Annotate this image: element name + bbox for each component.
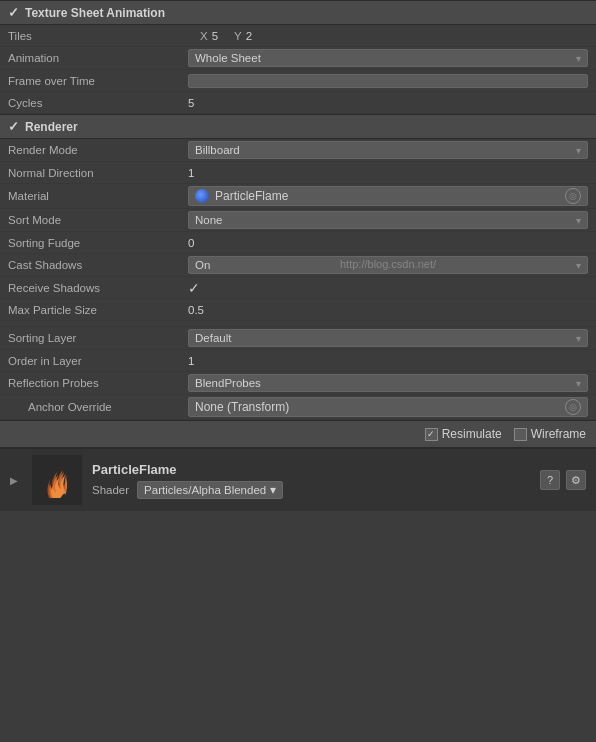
flame-svg — [37, 460, 77, 500]
tiles-y-label: Y — [234, 30, 242, 42]
texture-sheet-check: ✓ — [8, 5, 19, 20]
resimulate-item[interactable]: ✓ Resimulate — [425, 427, 502, 441]
main-panel: ✓ Texture Sheet Animation Tiles X 5 Y 2 … — [0, 0, 596, 511]
receive-shadows-checkmark[interactable]: ✓ — [188, 280, 200, 296]
slider-fill — [189, 75, 249, 87]
cast-shadows-arrow: ▾ — [576, 260, 581, 271]
anchor-override-text: None (Transform) — [195, 400, 289, 414]
footer-shader-dropdown[interactable]: Particles/Alpha Blended ▾ — [137, 481, 283, 499]
renderer-title: Renderer — [25, 120, 78, 134]
play-indicator: ▶ — [10, 460, 26, 500]
sort-mode-row: Sort Mode None ▾ — [0, 209, 596, 232]
normal-direction-row: Normal Direction 1 — [0, 162, 596, 184]
max-particle-size-row: Max Particle Size 0.5 — [0, 299, 596, 321]
resimulate-checkbox[interactable]: ✓ — [425, 428, 438, 441]
render-mode-label: Render Mode — [8, 144, 188, 156]
tiles-label: Tiles — [8, 30, 188, 42]
order-in-layer-value: 1 — [188, 355, 588, 367]
tiles-row: Tiles X 5 Y 2 — [0, 25, 596, 47]
tiles-y-pair: Y 2 — [234, 30, 252, 42]
footer-panel: ▶ ParticleFlame — [0, 447, 596, 511]
tiles-x-pair: X 5 — [200, 30, 218, 42]
wireframe-item[interactable]: Wireframe — [514, 427, 586, 441]
material-row: Material ParticleFlame ◎ — [0, 184, 596, 209]
render-mode-value[interactable]: Billboard ▾ — [188, 141, 588, 159]
anchor-override-row: Anchor Override None (Transform) ◎ — [0, 395, 596, 420]
reflection-probes-value[interactable]: BlendProbes ▾ — [188, 374, 588, 392]
footer-shader-label: Shader — [92, 484, 129, 496]
sorting-layer-value[interactable]: Default ▾ — [188, 329, 588, 347]
material-label: Material — [8, 190, 188, 202]
animation-dropdown[interactable]: Whole Sheet ▾ — [188, 49, 588, 67]
material-name: ParticleFlame — [215, 189, 288, 203]
reflection-probes-label: Reflection Probes — [8, 377, 188, 389]
cycles-row: Cycles 5 — [0, 92, 596, 114]
frame-over-time-slider[interactable] — [188, 74, 588, 88]
cycles-value: 5 — [188, 97, 588, 109]
sorting-fudge-label: Sorting Fudge — [8, 237, 188, 249]
receive-shadows-value[interactable]: ✓ — [188, 280, 588, 296]
cast-shadows-dropdown[interactable]: On ▾ — [188, 256, 588, 274]
cast-shadows-value[interactable]: On ▾ http://blog.csdn.net/ — [188, 256, 588, 274]
normal-direction-value: 1 — [188, 167, 588, 179]
animation-dropdown-arrow: ▾ — [576, 53, 581, 64]
frame-over-time-value[interactable] — [188, 74, 588, 88]
max-particle-size-label: Max Particle Size — [8, 304, 188, 316]
footer-left: ▶ — [10, 455, 82, 505]
tiles-y-value: 2 — [246, 30, 252, 42]
animation-label: Animation — [8, 52, 188, 64]
sorting-fudge-row: Sorting Fudge 0 — [0, 232, 596, 254]
cast-shadows-label: Cast Shadows — [8, 259, 188, 271]
texture-sheet-title: Texture Sheet Animation — [25, 6, 165, 20]
receive-shadows-label: Receive Shadows — [8, 282, 188, 294]
anchor-override-value[interactable]: None (Transform) ◎ — [188, 397, 588, 417]
cast-shadows-row: Cast Shadows On ▾ http://blog.csdn.net/ — [0, 254, 596, 277]
frame-over-time-row: Frame over Time — [0, 70, 596, 92]
order-in-layer-label: Order in Layer — [8, 355, 188, 367]
anchor-override-label: Anchor Override — [8, 401, 188, 413]
render-mode-row: Render Mode Billboard ▾ — [0, 139, 596, 162]
footer-shader-value: Particles/Alpha Blended — [144, 484, 266, 496]
normal-direction-label: Normal Direction — [8, 167, 188, 179]
resimulate-label: Resimulate — [442, 427, 502, 441]
cycles-label: Cycles — [8, 97, 188, 109]
footer-help-btn[interactable]: ? — [540, 470, 560, 490]
material-value[interactable]: ParticleFlame ◎ — [188, 186, 588, 206]
footer-shader-row: Shader Particles/Alpha Blended ▾ — [92, 481, 530, 499]
material-icon — [195, 189, 209, 203]
sort-mode-dropdown[interactable]: None ▾ — [188, 211, 588, 229]
sorting-layer-label: Sorting Layer — [8, 332, 188, 344]
footer-shader-arrow: ▾ — [270, 483, 276, 497]
render-mode-arrow: ▾ — [576, 145, 581, 156]
bottom-bar: ✓ Resimulate Wireframe — [0, 420, 596, 447]
footer-icons: ? ⚙ — [540, 470, 586, 490]
animation-value[interactable]: Whole Sheet ▾ — [188, 49, 588, 67]
texture-sheet-animation-header[interactable]: ✓ Texture Sheet Animation — [0, 0, 596, 25]
order-in-layer-row: Order in Layer 1 — [0, 350, 596, 372]
max-particle-size-value: 0.5 — [188, 304, 588, 316]
tiles-values: X 5 Y 2 — [200, 30, 252, 42]
sorting-layer-dropdown[interactable]: Default ▾ — [188, 329, 588, 347]
anchor-override-select-btn[interactable]: ◎ — [565, 399, 581, 415]
receive-shadows-row: Receive Shadows ✓ — [0, 277, 596, 299]
material-inner: ParticleFlame — [195, 189, 288, 203]
reflection-probes-dropdown[interactable]: BlendProbes ▾ — [188, 374, 588, 392]
wireframe-checkbox[interactable] — [514, 428, 527, 441]
sorting-fudge-value: 0 — [188, 237, 588, 249]
sort-mode-value[interactable]: None ▾ — [188, 211, 588, 229]
sorting-layer-row: Sorting Layer Default ▾ — [0, 327, 596, 350]
renderer-check: ✓ — [8, 119, 19, 134]
particle-preview — [32, 455, 82, 505]
renderer-header[interactable]: ✓ Renderer — [0, 114, 596, 139]
material-select-btn[interactable]: ◎ — [565, 188, 581, 204]
reflection-probes-row: Reflection Probes BlendProbes ▾ — [0, 372, 596, 395]
tiles-x-label: X — [200, 30, 208, 42]
footer-info: ParticleFlame Shader Particles/Alpha Ble… — [92, 462, 530, 499]
tiles-x-value: 5 — [212, 30, 218, 42]
render-mode-dropdown[interactable]: Billboard ▾ — [188, 141, 588, 159]
wireframe-label: Wireframe — [531, 427, 586, 441]
footer-settings-btn[interactable]: ⚙ — [566, 470, 586, 490]
sort-mode-label: Sort Mode — [8, 214, 188, 226]
sorting-layer-arrow: ▾ — [576, 333, 581, 344]
sort-mode-arrow: ▾ — [576, 215, 581, 226]
